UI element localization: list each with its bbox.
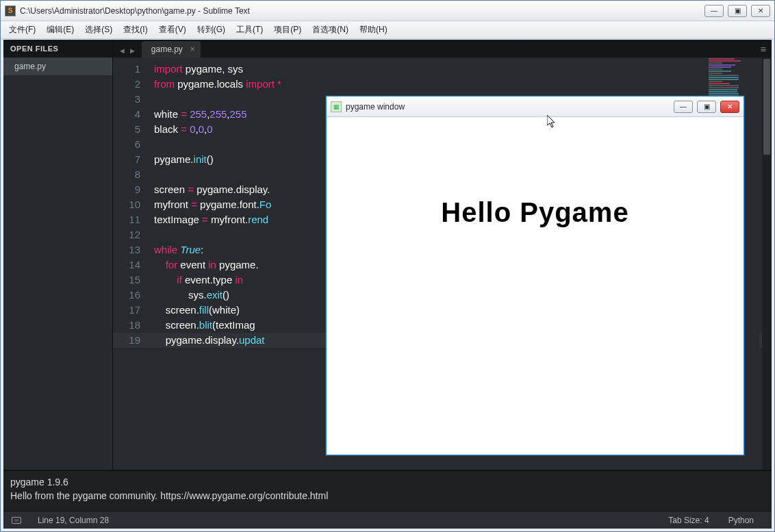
minimize-button[interactable]: —: [704, 5, 724, 17]
pygame-minimize-button[interactable]: —: [674, 101, 693, 113]
panel-switch-icon[interactable]: [12, 517, 21, 524]
sublime-icon: S: [5, 5, 16, 16]
menu-prefs[interactable]: 首选项(N): [307, 22, 354, 38]
sidebar-header: OPEN FILES: [3, 40, 112, 58]
menu-help[interactable]: 帮助(H): [354, 22, 393, 38]
close-button[interactable]: ✕: [751, 5, 770, 17]
status-tabsize[interactable]: Tab Size: 4: [659, 516, 718, 525]
console-output[interactable]: pygame 1.9.6 Hello from the pygame commu…: [3, 470, 772, 511]
pygame-window[interactable]: ▦ pygame window — ▣ ✕ Hello Pygame: [326, 96, 744, 455]
status-position[interactable]: Line 19, Column 28: [28, 516, 118, 525]
tab-close-icon[interactable]: ×: [190, 45, 195, 54]
pygame-titlebar[interactable]: ▦ pygame window — ▣ ✕: [327, 97, 744, 117]
menubar: 文件(F) 编辑(E) 选择(S) 查找(I) 查看(V) 转到(G) 工具(T…: [1, 21, 774, 39]
sidebar: OPEN FILES game.py: [3, 40, 113, 470]
pygame-icon: ▦: [331, 101, 342, 112]
menu-edit[interactable]: 编辑(E): [41, 22, 79, 38]
pygame-window-controls: — ▣ ✕: [674, 101, 739, 113]
pygame-close-button[interactable]: ✕: [720, 101, 739, 113]
console-line-1: pygame 1.9.6: [10, 475, 765, 489]
titlebar[interactable]: S C:\Users\Administrator\Desktop\python\…: [1, 1, 774, 21]
tab-label: game.py: [151, 45, 183, 54]
scrollbar-thumb[interactable]: [763, 59, 770, 155]
menu-project[interactable]: 项目(P): [268, 22, 307, 38]
tab-nav-arrows: ◄ ►: [113, 47, 142, 58]
menu-file[interactable]: 文件(F): [3, 22, 41, 38]
menu-find[interactable]: 查找(I): [118, 22, 153, 38]
hamburger-icon[interactable]: ≡: [761, 44, 766, 55]
status-language[interactable]: Python: [719, 516, 763, 525]
console-line-2: Hello from the pygame community. https:/…: [10, 489, 765, 503]
maximize-button[interactable]: ▣: [728, 5, 747, 17]
statusbar: Line 19, Column 28 Tab Size: 4 Python: [3, 511, 772, 529]
sidebar-item-game[interactable]: game.py: [3, 58, 112, 75]
menu-tools[interactable]: 工具(T): [231, 22, 268, 38]
menu-goto[interactable]: 转到(G): [192, 22, 231, 38]
line-gutter: 12345678910111213141516171819: [113, 58, 147, 470]
window-controls: — ▣ ✕: [704, 5, 770, 17]
menu-select[interactable]: 选择(S): [79, 22, 118, 38]
vertical-scrollbar[interactable]: [762, 58, 772, 470]
tab-game[interactable]: game.py ×: [142, 41, 201, 58]
window-title: C:\Users\Administrator\Desktop\python\ga…: [20, 6, 700, 16]
pygame-canvas: Hello Pygame: [328, 118, 742, 453]
pygame-maximize-button[interactable]: ▣: [697, 101, 716, 113]
pygame-window-title: pygame window: [346, 102, 670, 112]
tab-next-icon[interactable]: ►: [129, 47, 136, 55]
pygame-hello-text: Hello Pygame: [328, 197, 742, 228]
tabbar: ◄ ► game.py × ≡: [113, 40, 772, 58]
menu-view[interactable]: 查看(V): [153, 22, 192, 38]
tab-prev-icon[interactable]: ◄: [118, 47, 126, 55]
